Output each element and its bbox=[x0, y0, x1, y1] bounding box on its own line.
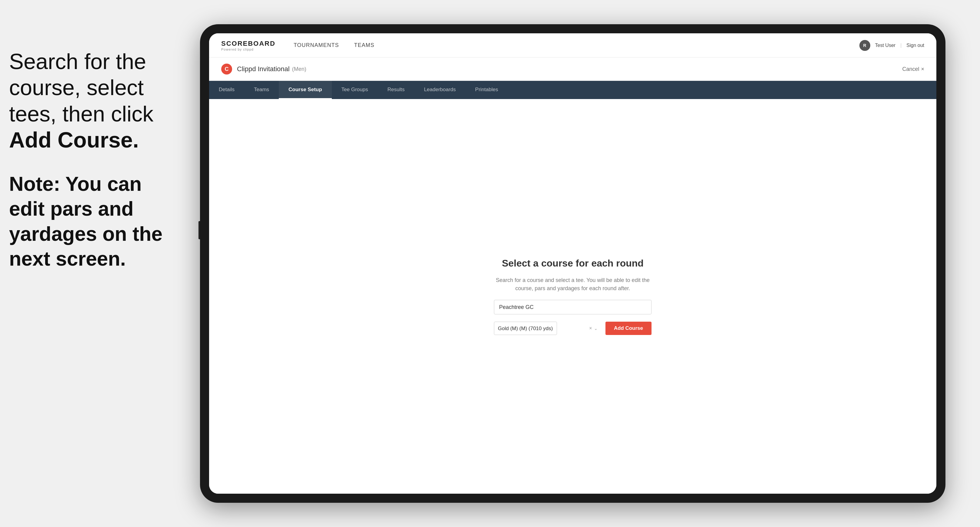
tab-course-setup-label: Course Setup bbox=[288, 87, 322, 93]
card-subtitle: Search for a course and select a tee. Yo… bbox=[496, 276, 649, 292]
annotation-bold: Add Course. bbox=[9, 128, 139, 152]
tee-select-wrapper: Gold (M) (M) (7010 yds) × bbox=[494, 322, 601, 335]
tab-details[interactable]: Details bbox=[209, 81, 244, 99]
logo-sub: Powered by clippd bbox=[221, 48, 275, 51]
tab-leaderboards-label: Leaderboards bbox=[424, 87, 456, 93]
add-course-button[interactable]: Add Course bbox=[605, 322, 652, 335]
tournament-title: Clippd Invitational bbox=[237, 65, 290, 73]
tab-tee-groups[interactable]: Tee Groups bbox=[332, 81, 378, 99]
main-content: Select a course for each round Search fo… bbox=[209, 99, 936, 494]
note-line2: edit pars and bbox=[9, 197, 134, 220]
tee-select-row: Gold (M) (M) (7010 yds) × Add Course bbox=[494, 322, 652, 335]
annotation-line2: course, select bbox=[9, 75, 144, 100]
tee-select[interactable]: Gold (M) (M) (7010 yds) bbox=[494, 322, 557, 335]
select-clear-icon[interactable]: × bbox=[589, 325, 592, 331]
tab-tee-groups-label: Tee Groups bbox=[342, 87, 368, 93]
left-annotation: Search for the course, select tees, then… bbox=[9, 48, 191, 271]
course-card: Select a course for each round Search fo… bbox=[494, 258, 652, 335]
sign-out-link[interactable]: Sign out bbox=[906, 43, 924, 48]
logo-text: SCOREBOARD bbox=[221, 40, 275, 48]
note-line1: Note: You can bbox=[9, 173, 142, 195]
cancel-label: Cancel bbox=[902, 66, 919, 72]
tablet-device: SCOREBOARD Powered by clippd TOURNAMENTS… bbox=[200, 24, 945, 503]
note-line4: next screen. bbox=[9, 248, 126, 270]
tab-printables[interactable]: Printables bbox=[465, 81, 508, 99]
tab-results[interactable]: Results bbox=[377, 81, 414, 99]
top-right-area: R Test User | Sign out bbox=[859, 40, 924, 51]
tournament-subtitle: (Men) bbox=[292, 66, 306, 72]
cancel-icon: × bbox=[921, 66, 924, 72]
user-label: Test User bbox=[875, 43, 896, 48]
annotation-line3: tees, then click bbox=[9, 102, 153, 126]
annotation-note: Note: You can edit pars and yardages on … bbox=[9, 171, 191, 271]
annotation-line1: Search for the bbox=[9, 49, 146, 74]
note-line3: yardages on the bbox=[9, 222, 162, 245]
logo-area: SCOREBOARD Powered by clippd bbox=[221, 40, 275, 51]
nav-tournaments[interactable]: TOURNAMENTS bbox=[294, 42, 339, 48]
card-subtitle-line2: course, pars and yardages for each round… bbox=[515, 285, 630, 291]
tab-printables-label: Printables bbox=[475, 87, 498, 93]
tab-course-setup[interactable]: Course Setup bbox=[279, 81, 332, 99]
tab-leaderboards[interactable]: Leaderboards bbox=[414, 81, 465, 99]
tab-bar: Details Teams Course Setup Tee Groups Re… bbox=[209, 81, 936, 99]
nav-teams[interactable]: TEAMS bbox=[354, 42, 375, 48]
tab-teams-label: Teams bbox=[254, 87, 269, 93]
course-search-input[interactable] bbox=[494, 300, 652, 314]
card-title: Select a course for each round bbox=[502, 258, 644, 269]
tab-details-label: Details bbox=[219, 87, 235, 93]
tournament-bar: C Clippd Invitational (Men) Cancel × bbox=[209, 57, 936, 81]
tablet-screen: SCOREBOARD Powered by clippd TOURNAMENTS… bbox=[209, 33, 936, 494]
annotation-main: Search for the course, select tees, then… bbox=[9, 48, 191, 153]
user-avatar: R bbox=[859, 40, 870, 51]
top-navbar: SCOREBOARD Powered by clippd TOURNAMENTS… bbox=[209, 33, 936, 57]
card-subtitle-line1: Search for a course and select a tee. Yo… bbox=[496, 277, 649, 283]
cancel-button[interactable]: Cancel × bbox=[902, 66, 924, 72]
tab-teams[interactable]: Teams bbox=[244, 81, 279, 99]
tournament-icon: C bbox=[221, 63, 232, 75]
pipe-separator: | bbox=[900, 43, 902, 48]
main-nav: TOURNAMENTS TEAMS bbox=[294, 42, 375, 48]
tab-results-label: Results bbox=[387, 87, 404, 93]
